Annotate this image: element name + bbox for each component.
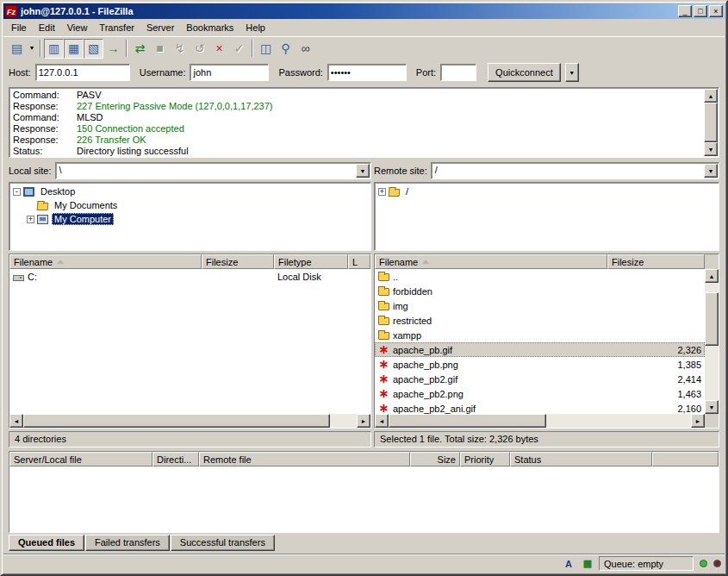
local-horizontal-scrollbar[interactable]: ◄ ► [9,414,370,428]
column-header-label: Remote file [203,454,252,465]
menu-view[interactable]: View [61,21,94,34]
port-input[interactable] [440,64,476,81]
expand-icon[interactable]: + [378,188,386,196]
tab-successful-transfers[interactable]: Successful transfers [171,535,275,551]
file-row-item[interactable]: .. [375,269,705,284]
scroll-left-button[interactable]: ◄ [9,414,23,428]
host-input[interactable] [35,64,130,81]
remote-vertical-scrollbar[interactable]: ▲ ▼ [705,269,719,414]
menu-help[interactable]: Help [240,21,271,34]
file-row-apache-pb2-ani-gif[interactable]: ∗apache_pb2_ani.gif2,160 [375,401,705,414]
local-directory-tree[interactable]: -DesktopMy Documents+My Computer [9,182,371,251]
reconnect-icon: ↺ [195,42,205,54]
column-header-filesize[interactable]: Filesize [607,254,705,269]
column-header-size[interactable]: Size [410,452,460,466]
scrollbar-thumb[interactable] [389,414,546,428]
expand-icon[interactable]: + [27,216,34,223]
drive-icon [13,275,24,281]
minimize-button[interactable]: _ [678,5,692,17]
log-vertical-scrollbar[interactable]: ▲ ▼ [704,89,718,156]
column-header-direction[interactable]: Directi... [152,452,199,466]
file-row-apache-pb-gif[interactable]: ∗apache_pb.gif2,326 [375,342,705,357]
menu-bookmarks[interactable]: Bookmarks [180,21,240,34]
column-header-filename[interactable]: Filename [9,254,202,269]
column-header-priority[interactable]: Priority [460,452,510,466]
scroll-up-button[interactable]: ▲ [705,269,719,283]
close-button[interactable]: × [709,5,723,17]
filter-button[interactable]: ∞ [296,39,315,59]
site-manager-button[interactable]: ▤ [7,39,27,59]
remote-horizontal-scrollbar[interactable]: ◄ ► [375,414,705,428]
column-header-server-local-file[interactable]: Server/Local file [9,452,152,466]
file-row-img[interactable]: img [375,298,705,313]
directory-comparison-button[interactable]: ✓ [229,39,249,59]
scrollbar-thumb[interactable] [704,103,718,142]
column-header-lastmodified[interactable]: L [348,254,370,269]
local-site-dropdown-button[interactable]: ▼ [356,164,370,178]
password-input[interactable] [327,64,407,81]
quickconnect-button[interactable]: Quickconnect [488,63,561,82]
toggle-queue-view-button[interactable]: ▧ [84,39,103,59]
menu-transfer[interactable]: Transfer [93,21,140,34]
scroll-right-button[interactable]: ► [357,414,370,428]
synchronized-browsing-button[interactable]: ◫ [256,39,276,59]
find-files-button[interactable]: ⚲ [276,39,296,59]
file-row-restricted[interactable]: restricted [375,313,705,328]
file-row-apache-pb2-gif[interactable]: ∗apache_pb2.gif2,414 [375,372,705,386]
column-header-label: Filename [379,257,418,267]
menu-server[interactable]: Server [140,21,180,34]
column-header-filetype[interactable]: Filetype [274,254,348,269]
toggle-tree-views-button[interactable]: ▦ [64,39,84,59]
file-row-forbidden[interactable]: forbidden [375,284,705,298]
scroll-right-button[interactable]: ► [691,414,705,428]
message-log[interactable]: Command:PASVResponse:227 Entering Passiv… [9,87,719,158]
menu-edit[interactable]: Edit [33,21,61,34]
transfer-type-icon[interactable]: A [561,557,576,571]
tab-failed-transfers[interactable]: Failed transfers [85,535,170,551]
statusbar: A ▦ Queue: empty [3,554,725,573]
remote-site-dropdown-button[interactable]: ▼ [704,164,718,178]
tree-item-desktop[interactable]: -Desktop [11,185,369,198]
refresh-button[interactable]: ⇄ [130,39,150,59]
site-manager-dropdown-button[interactable]: ▼ [27,39,37,59]
remote-directory-tree[interactable]: +/ [374,182,719,251]
local-site-combobox[interactable]: \ ▼ [55,162,371,179]
message-log-content: Command:PASVResponse:227 Entering Passiv… [11,89,704,156]
tree-item-item[interactable]: +/ [376,185,717,198]
cancel-operation-button[interactable]: × [209,39,229,59]
menu-file[interactable]: File [5,21,33,34]
tab-queued-files[interactable]: Queued files [9,535,84,551]
column-header-status[interactable]: Status [510,452,652,466]
file-row-c[interactable]: C:Local Disk [9,269,370,284]
scroll-left-button[interactable]: ◄ [375,414,389,428]
remote-site-combobox[interactable]: / ▼ [431,162,719,179]
stop-transfer-button[interactable]: ■ [150,39,170,59]
scroll-down-button[interactable]: ▼ [705,400,719,414]
file-row-xampp[interactable]: xampp [375,328,705,342]
toggle-message-log-button[interactable]: ▥ [44,39,64,59]
keypad-icon[interactable]: ▦ [580,557,595,571]
column-header-filesize[interactable]: Filesize [202,254,274,269]
local-status-text: 4 directories [9,431,371,448]
scroll-down-button[interactable]: ▼ [704,142,718,156]
remote-file-list[interactable]: Filename Filesize ..forbiddenimgrestrict… [374,254,719,429]
quickconnect-dropdown-button[interactable]: ▼ [565,63,579,82]
file-row-apache-pb-png[interactable]: ∗apache_pb.png1,385 [375,357,705,372]
column-header-remote-file[interactable]: Remote file [199,452,410,466]
maximize-button[interactable]: □ [694,5,707,17]
collapse-icon[interactable]: - [13,188,21,196]
disconnect-button[interactable]: ↯ [170,39,190,59]
tree-item-my-computer[interactable]: +My Computer [11,212,369,226]
transfer-queue[interactable]: Server/Local file Directi... Remote file… [9,451,719,533]
tree-item-my-documents[interactable]: My Documents [11,198,369,212]
scrollbar-thumb[interactable] [705,292,719,347]
local-file-list[interactable]: Filename Filesize Filetype L C:Local Dis… [9,254,371,429]
process-queue-button[interactable]: → [103,39,123,59]
titlebar[interactable]: Fz john@127.0.0.1 - FileZilla _ □ × [3,3,725,19]
username-input[interactable] [190,64,269,81]
reconnect-button[interactable]: ↺ [190,39,209,59]
scroll-up-button[interactable]: ▲ [704,89,718,103]
column-header-filename[interactable]: Filename [375,254,607,269]
file-row-apache-pb2-png[interactable]: ∗apache_pb2.png1,463 [375,386,705,401]
scrollbar-thumb[interactable] [23,414,330,428]
